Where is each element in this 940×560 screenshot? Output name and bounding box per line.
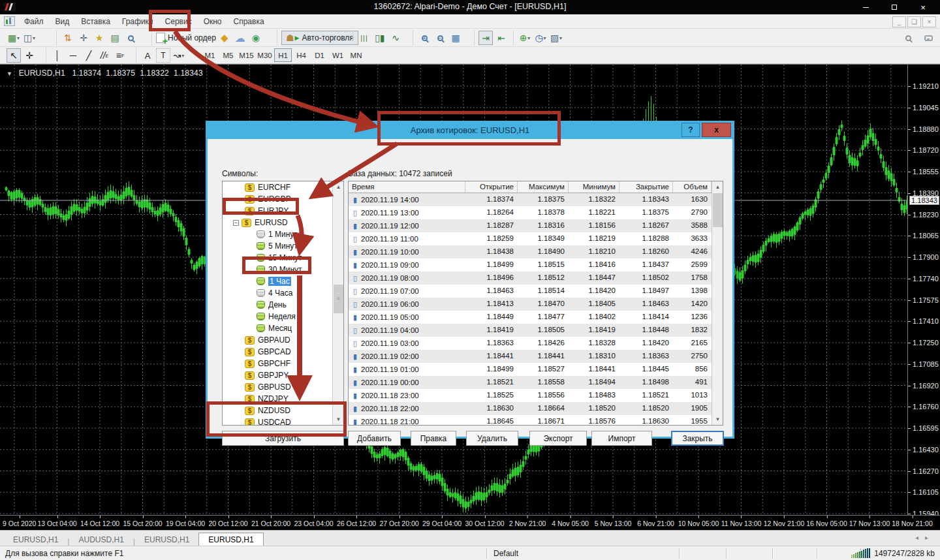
table-row[interactable]: ▮2020.11.19 02:001.184411.184411.183101.… (349, 350, 723, 363)
table-header[interactable]: ВремяОткрытиеМаксимумМинимумЗакрытиеОбъе… (349, 181, 723, 193)
table-scrollbar[interactable]: ▲ ▼ (712, 181, 723, 425)
zoom-out-button[interactable]: − (433, 31, 447, 45)
vertical-line-button[interactable]: │ (50, 48, 65, 63)
text-button[interactable]: A (140, 48, 155, 63)
chart-tab[interactable]: AUDUSD,H1 (69, 533, 133, 546)
table-row[interactable]: ▯2020.11.19 13:001.182641.183781.182211.… (349, 206, 723, 219)
scrollbar-thumb[interactable] (713, 193, 723, 227)
dialog-close-button[interactable]: x (702, 123, 731, 137)
menu-item[interactable]: Файл (18, 14, 50, 29)
price-scale[interactable]: 1.192101.190451.188801.187201.185551.183… (907, 65, 940, 515)
table-row[interactable]: ▯2020.11.19 07:001.184631.185141.184201.… (349, 285, 723, 298)
zoom-in-button[interactable]: + (417, 31, 431, 45)
table-row[interactable]: ▯2020.11.19 06:001.184131.184701.184051.… (349, 298, 723, 311)
timeframe-button[interactable]: H4 (292, 48, 310, 62)
child-close-button[interactable]: × (922, 16, 936, 27)
new-order-button[interactable]: Новый ордер (156, 31, 216, 45)
timeframe-button[interactable]: M30 (256, 48, 274, 62)
table-row[interactable]: ▮2020.11.19 09:001.184991.185151.184161.… (349, 258, 723, 272)
scroll-down-icon[interactable]: ▼ (712, 414, 723, 425)
text-label-button[interactable]: T (156, 48, 170, 63)
table-row[interactable]: ▮2020.11.19 00:001.185211.185581.184941.… (349, 376, 723, 389)
candlestick-chart-button[interactable]: ▯▮ (373, 31, 387, 45)
import-button[interactable]: Импорт (591, 431, 652, 446)
terminal-button[interactable]: ▤ (108, 31, 122, 45)
tree-item[interactable]: День (223, 299, 343, 311)
data-window-button[interactable]: ✛ (76, 31, 91, 45)
table-row[interactable]: ▯2020.11.19 03:001.183631.184261.183281.… (349, 337, 723, 350)
menu-item[interactable]: Вставка (75, 14, 116, 29)
signals-button[interactable]: ◉ (249, 31, 263, 45)
delete-button[interactable]: Удалить (466, 431, 518, 446)
table-row[interactable]: ▮2020.11.19 01:001.184991.185271.184411.… (349, 363, 723, 376)
tree-item[interactable]: 1 Минута (223, 228, 343, 240)
scroll-up-icon[interactable]: ▲ (333, 181, 344, 193)
scroll-up-icon[interactable]: ▲ (712, 181, 723, 193)
chart-tab[interactable]: EURUSD,H1 (4, 533, 67, 546)
time-axis[interactable]: 9 Oct 202013 Oct 04:0014 Oct 12:0015 Oct… (0, 515, 940, 531)
table-row[interactable]: ▮2020.11.18 23:001.185251.185561.184831.… (349, 389, 723, 402)
table-row[interactable]: ▮2020.11.19 12:001.182871.183161.181561.… (349, 219, 723, 232)
menu-item[interactable]: Окно (198, 14, 228, 29)
crosshair-button[interactable]: ✛ (22, 48, 37, 63)
column-header[interactable]: Минимум (569, 181, 619, 193)
edit-button[interactable]: Правка (411, 431, 456, 446)
table-row[interactable]: ▮2020.11.18 22:001.186301.186641.185201.… (349, 402, 723, 415)
expander-icon[interactable]: − (233, 220, 239, 226)
tree-item[interactable]: −$EURUSD (223, 217, 343, 228)
tree-item[interactable]: 4 Часа (223, 287, 343, 299)
profiles-button[interactable]: ◫▾ (22, 31, 37, 45)
strategy-tester-button[interactable] (123, 31, 138, 45)
table-row[interactable]: ▮2020.11.18 21:001.186451.186711.185761.… (349, 415, 723, 426)
scrollbar-thumb[interactable]: ≡ (334, 285, 343, 313)
add-button[interactable]: Добавить (348, 431, 401, 446)
table-row[interactable]: ▮2020.11.19 14:001.183741.183751.183221.… (349, 193, 723, 206)
cursor-button[interactable]: ↖ (7, 48, 21, 63)
tree-item[interactable]: $GBPJPY (223, 369, 343, 381)
timeframe-button[interactable]: H1 (274, 48, 292, 62)
equidistant-channel-button[interactable]: //E (97, 48, 112, 63)
column-header[interactable]: Закрытие (619, 181, 673, 193)
profile-name[interactable]: Default (494, 549, 518, 558)
new-chart-button[interactable]: ▦▾ (7, 31, 21, 45)
bar-chart-button[interactable]: ||| (357, 31, 371, 45)
tab-scroll-left-icon[interactable]: ◂ (915, 534, 925, 541)
timeframe-button[interactable]: M15 (238, 48, 255, 62)
column-header[interactable]: Максимум (518, 181, 569, 193)
child-restore-button[interactable]: ❏ (907, 16, 921, 27)
table-row[interactable]: ▮2020.11.19 05:001.184491.184771.184021.… (349, 311, 723, 324)
column-header[interactable]: Объем (673, 181, 712, 193)
timeframe-button[interactable]: M1 (201, 48, 219, 62)
table-row[interactable]: ▯2020.11.19 04:001.184191.185051.184191.… (349, 324, 723, 337)
chart-tab[interactable]: EURUSD,H1 (198, 533, 263, 546)
tree-item[interactable]: Неделя (223, 311, 343, 322)
navigator-button[interactable]: ★ (92, 31, 106, 45)
menu-item[interactable]: Вид (50, 14, 76, 29)
chart-window-icon[interactable] (4, 16, 15, 26)
minimize-button[interactable] (851, 0, 880, 14)
tree-item[interactable]: 5 Минут (223, 240, 343, 252)
auto-scroll-button[interactable]: ⇥ (478, 31, 493, 45)
chart-shift-button[interactable]: ⇤ (494, 31, 509, 45)
tree-item[interactable]: $GBPCAD (223, 346, 343, 358)
tree-item[interactable]: $GBPCHF (223, 358, 343, 369)
close-button[interactable]: × (909, 0, 937, 14)
export-button[interactable]: Экспорт (529, 431, 587, 446)
autotrading-button[interactable]: ☗ ▶ Авто-торговля (281, 31, 358, 45)
tree-item[interactable]: $GBPUSD (223, 381, 343, 393)
fibonacci-button[interactable]: ≡F (113, 48, 127, 63)
table-row[interactable]: ▯2020.11.19 11:001.182591.183491.182191.… (349, 232, 723, 245)
search-button[interactable] (901, 31, 915, 45)
tree-item[interactable]: $GBPAUD (223, 334, 343, 346)
line-chart-button[interactable]: ∿ (388, 31, 403, 45)
tile-windows-button[interactable]: ▦ (448, 31, 463, 45)
close-dialog-button[interactable]: Закрыть (671, 431, 724, 446)
restore-button[interactable] (880, 0, 909, 14)
timeframe-button[interactable]: M5 (219, 48, 237, 62)
arrows-button[interactable]: ↝▾ (172, 48, 186, 63)
tree-item[interactable]: $EURCHF (223, 181, 343, 193)
timeframe-button[interactable]: D1 (311, 48, 328, 62)
chart-tab[interactable]: EURUSD,H1 (135, 533, 198, 546)
menu-item[interactable]: Справка (228, 14, 270, 29)
child-minimize-button[interactable]: _ (892, 16, 906, 27)
